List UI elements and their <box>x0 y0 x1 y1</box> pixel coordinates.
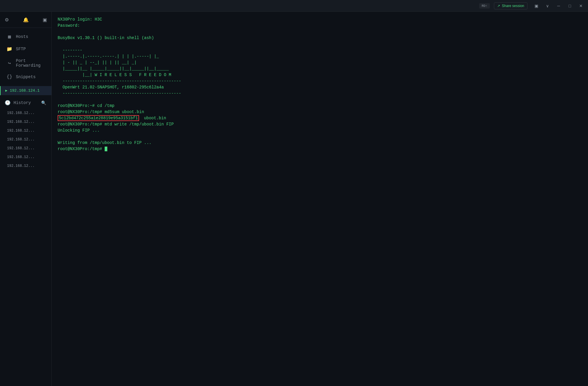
minimize-icon: ─ <box>557 4 560 8</box>
hosts-label: Hosts <box>16 34 28 39</box>
snippets-label: Snippets <box>16 75 36 79</box>
terminal-line-mtd: root@NX30Pro:/tmp# mtd write /tmp/uboot.… <box>58 121 582 127</box>
chevron-down-icon: ∨ <box>546 4 549 8</box>
share-session-button[interactable]: ↗ Share session <box>494 2 527 9</box>
active-host-item[interactable]: ▶ 192.168.124.1 <box>0 86 51 95</box>
snippets-icon: {} <box>6 74 12 80</box>
sidebar-item-snippets[interactable]: {} Snippets <box>2 71 50 83</box>
terminal-line <box>58 97 582 103</box>
port-forwarding-label: Port Forwarding <box>16 58 45 68</box>
list-item[interactable]: 192.168.12... <box>0 109 51 118</box>
hash-highlight: 5c12bd472c255a1e28819e95a3151bf1 <box>58 115 139 121</box>
layout-icon: ▣ <box>534 4 538 8</box>
terminal-line-art: |.-----.|.-----.-----.| | | |.-----| |_ <box>58 53 582 60</box>
maximize-button[interactable]: □ <box>565 2 574 9</box>
titlebar: RD↑ ↗ Share session ▣ ∨ ─ □ ✕ <box>0 0 588 12</box>
history-icon: 🕐 <box>5 100 11 106</box>
sidebar-item-port-forwarding[interactable]: ↪ Port Forwarding <box>2 56 50 71</box>
terminal-line <box>58 29 582 35</box>
close-icon: ✕ <box>579 4 583 8</box>
settings-icon: ⚙ <box>5 17 9 23</box>
terminal-line-art: -------- <box>58 47 582 53</box>
terminal-line: BusyBox v1.30.1 () built-in shell (ash) <box>58 35 582 41</box>
folder-icon: 📁 <box>6 46 12 52</box>
sidebar-item-sftp[interactable]: 📁 SFTP <box>2 43 50 55</box>
share-icon: ↗ <box>497 4 500 8</box>
terminal-line-cd: root@NX30Pro:~# cd /tmp <box>58 103 582 109</box>
terminal-line <box>58 41 582 47</box>
terminal-content[interactable]: NX30Pro login: H3C Password: BusyBox v1.… <box>52 12 588 386</box>
list-item[interactable]: 192.168.12... <box>0 162 51 170</box>
sidebar-nav: ▦ Hosts 📁 SFTP ↪ Port Forwarding {} Snip… <box>0 28 51 85</box>
terminal-line-art: |_____||__ |_____|_____||__|_____||__|__… <box>58 66 582 72</box>
sidebar: ⚙ 🔔 ▣ ▦ Hosts 📁 SFTP ↪ Port Forwarding <box>0 12 52 386</box>
history-header-left: 🕐 History <box>5 100 31 106</box>
list-item[interactable]: 192.168.12... <box>0 118 51 126</box>
terminal-line-md5: root@NX30Pro:/tmp# md5sum uboot.bin <box>58 109 582 115</box>
layout-button[interactable]: ▣ <box>532 2 541 9</box>
maximize-icon: □ <box>569 4 571 8</box>
share-label: Share session <box>502 4 524 8</box>
terminal-line: NX30Pro login: H3C <box>58 16 582 23</box>
hosts-icon: ▦ <box>6 34 12 40</box>
bell-icon: 🔔 <box>23 17 29 23</box>
list-item[interactable]: 192.168.12... <box>0 144 51 153</box>
history-search-button[interactable]: 🔍 <box>41 100 47 106</box>
terminal-line: OpenWrt 21.02-SNAPSHOT, r16802-295c6l2a4… <box>58 84 582 90</box>
bitrate-text: RD↑ <box>482 4 487 8</box>
host-arrow-icon: ▶ <box>5 88 7 93</box>
main-layout: ⚙ 🔔 ▣ ▦ Hosts 📁 SFTP ↪ Port Forwarding <box>0 12 588 386</box>
list-item[interactable]: 192.168.12... <box>0 153 51 162</box>
terminal-line-prompt: root@NX30Pro:/tmp# <box>58 146 582 152</box>
history-header: 🕐 History 🔍 <box>0 97 51 109</box>
forward-icon: ↪ <box>6 60 12 66</box>
terminal-line <box>58 134 582 140</box>
active-host-label: 192.168.124.1 <box>10 88 39 93</box>
close-button[interactable]: ✕ <box>576 2 586 9</box>
list-item[interactable]: 192.168.12... <box>0 126 51 135</box>
terminal-cursor <box>105 147 107 151</box>
list-item[interactable]: 192.168.12... <box>0 135 51 144</box>
history-section: 🕐 History 🔍 192.168.12... 192.168.12... … <box>0 96 51 386</box>
settings-button[interactable]: ⚙ <box>2 15 11 24</box>
terminal-line-hash: 5c12bd472c255a1e28819e95a3151bf1 uboot.b… <box>58 115 582 121</box>
notifications-button[interactable]: 🔔 <box>21 15 30 24</box>
sidebar-item-hosts[interactable]: ▦ Hosts <box>2 31 50 43</box>
terminal-line: Password: <box>58 23 582 29</box>
sidebar-top: ⚙ 🔔 ▣ <box>0 12 51 28</box>
terminal-line-art: ----------------------------------------… <box>58 78 582 84</box>
search-icon: 🔍 <box>41 100 46 105</box>
minimize-button[interactable]: ─ <box>554 2 563 9</box>
terminal-area[interactable]: NX30Pro login: H3C Password: BusyBox v1.… <box>52 12 588 386</box>
terminal-line-art: |__| W I R E L E S S F R E E D O M <box>58 72 582 78</box>
bitrate-display: RD↑ <box>479 3 490 9</box>
terminal-button[interactable]: ▣ <box>40 15 49 24</box>
chevron-down-button[interactable]: ∨ <box>543 2 552 9</box>
terminal-line-unlock: Unlocking FIP ... <box>58 127 582 134</box>
history-label: History <box>14 100 31 105</box>
history-list: 192.168.12... 192.168.12... 192.168.12..… <box>0 109 51 170</box>
terminal-line-art: | - || _ | --_| || | || __| _| <box>58 60 582 66</box>
terminal-line-art: ----------------------------------------… <box>58 90 582 97</box>
sftp-label: SFTP <box>16 47 26 51</box>
terminal-line-writing: Writing from /tmp/uboot.bin to FIP ... <box>58 140 582 146</box>
terminal-icon: ▣ <box>43 17 47 23</box>
titlebar-controls: RD↑ ↗ Share session ▣ ∨ ─ □ ✕ <box>479 2 586 9</box>
